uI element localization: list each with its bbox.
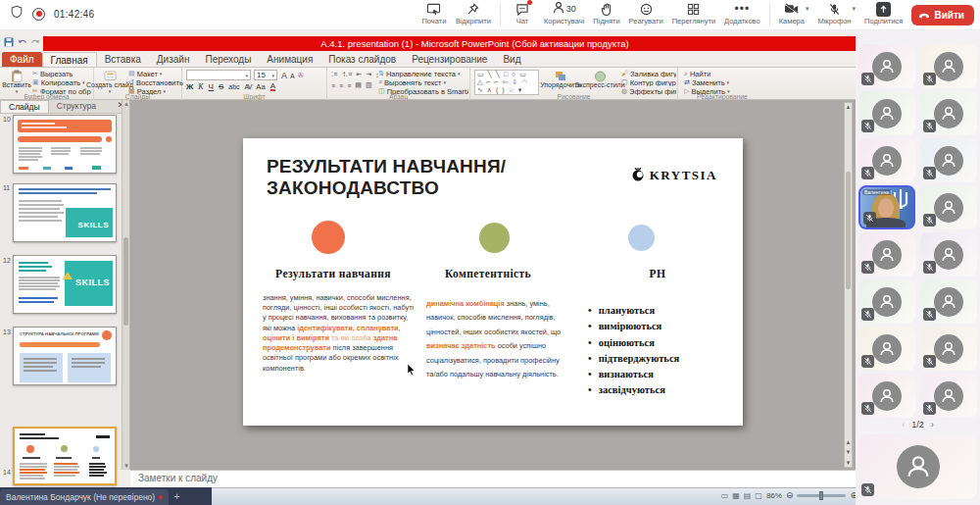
camera-button[interactable]: Камера — [779, 2, 805, 25]
notes-pane[interactable]: Заметки к слайду — [130, 470, 862, 487]
tab-slideshow[interactable]: Показ слайдов — [320, 52, 404, 67]
start-button[interactable]: Почати — [421, 2, 447, 25]
strike-button[interactable]: S — [219, 82, 223, 91]
share-button[interactable]: Поділитися — [864, 2, 903, 25]
participant-tile[interactable] — [920, 327, 977, 371]
participant-video-tile[interactable]: Валентина Бондарчук — [858, 185, 915, 229]
mic-button[interactable]: Мікрофон — [817, 2, 851, 25]
spacing-button[interactable]: AV — [245, 83, 252, 90]
view-reading-icon[interactable]: ▤ — [744, 491, 752, 500]
italic-button[interactable]: К — [198, 82, 203, 91]
view-layout-button[interactable]: Переглянути — [672, 2, 715, 25]
new-tab-icon[interactable]: + — [173, 490, 179, 502]
participant-tile[interactable] — [920, 374, 977, 418]
redo-icon[interactable] — [30, 33, 41, 51]
view-slideshow-icon[interactable]: ▢ — [755, 491, 762, 500]
font-style-buttons[interactable]: Ж К Ч S abc AV Аа А — [186, 82, 275, 91]
undo-icon[interactable] — [17, 33, 27, 51]
participant-self-tile[interactable] — [858, 434, 977, 499]
view-normal-icon[interactable]: ▭ — [721, 491, 729, 500]
replace-button[interactable]: ⇄Заменить▾ — [684, 78, 729, 86]
more-button[interactable]: ••• Додатково — [724, 2, 760, 25]
slide-thumbnail-11[interactable]: SKILLS — [13, 183, 117, 242]
shapes-gallery[interactable]: ▭ ╲ ╲ □ ○ ▭△ ⌐ ⌐ ⇦ ⇩ ◠∿ ∧ ( ) ☆ ▾ — [474, 70, 539, 95]
panel-tab-slides[interactable]: Слайды — [0, 100, 49, 113]
current-slide[interactable]: РЕЗУЛЬТАТИ НАВЧАННЯ/ЗАКОНОДАВСТВО KRYTSI… — [243, 138, 743, 426]
page-prev-icon[interactable]: ‹ — [902, 420, 905, 429]
cut-button[interactable]: ✂Вырезать — [32, 70, 73, 77]
mic-muted-icon — [923, 73, 936, 85]
participant-tile[interactable] — [920, 279, 977, 324]
participant-tile[interactable] — [920, 44, 977, 88]
font-name-combo[interactable]: ▾ — [186, 70, 251, 80]
shield-icon[interactable] — [10, 5, 24, 23]
react-button[interactable]: Реагувати — [629, 2, 663, 25]
new-slide-button[interactable]: Создать слайд ▾ — [95, 69, 124, 94]
camera-chevron-icon[interactable]: ▾ — [806, 5, 809, 13]
tab-home[interactable]: Главная — [42, 52, 97, 67]
quick-styles-button[interactable]: Экспресс-стили — [580, 69, 619, 89]
participant-tile[interactable] — [858, 44, 915, 88]
users-button[interactable]: 30 Користувачі — [544, 2, 584, 25]
canvas-scrollbar[interactable]: ▲ ▲ ▼ ▼ — [844, 102, 853, 468]
leave-button[interactable]: Вийти — [911, 5, 974, 25]
font-resize-buttons[interactable]: АА✇ — [281, 71, 304, 80]
zoom-slider[interactable] — [797, 494, 846, 497]
participant-tile[interactable] — [858, 91, 915, 135]
tab-view[interactable]: Вид — [495, 52, 528, 67]
participant-tile[interactable] — [920, 232, 977, 277]
find-button[interactable]: ⌕Найти — [684, 70, 710, 77]
slide-thumbnail-13[interactable]: СТРУКТУРА НАВЧАЛЬНОЇ ПРОГРАМИ — [13, 327, 117, 385]
participant-tile[interactable] — [920, 185, 977, 229]
shape-outline-button[interactable]: ▢Контур фигуры — [621, 78, 676, 86]
participant-tile[interactable] — [920, 138, 977, 182]
tab-transitions[interactable]: Переходы — [197, 52, 259, 67]
tab-review[interactable]: Рецензирование — [404, 52, 495, 67]
browser-tab-bar: Валентина Бондарчук (Не перевірено) + — [0, 487, 212, 505]
case-button[interactable]: Аа — [256, 82, 265, 91]
reset-button[interactable]: ↺Восстановить — [128, 78, 183, 86]
zoom-out-icon[interactable]: ⊖ — [786, 490, 794, 500]
meeting-timer: 01:42:46 — [54, 9, 94, 20]
font-color-button[interactable]: А — [270, 82, 275, 91]
slide-thumbnail-12[interactable]: SKILLS — [13, 255, 117, 314]
tab-animations[interactable]: Анимация — [259, 52, 320, 67]
raise-hand-button[interactable]: Підняти — [593, 2, 619, 25]
record-indicator-icon[interactable] — [32, 8, 45, 21]
underline-button[interactable]: Ч — [209, 82, 214, 91]
tab-file[interactable]: Файл — [2, 52, 42, 67]
unpin-button[interactable]: Відкріпити — [456, 2, 491, 25]
slide-thumbnail-14-selected[interactable] — [13, 427, 117, 485]
chat-button[interactable]: Чат — [510, 2, 535, 25]
participant-tile[interactable] — [858, 374, 915, 418]
tab-design[interactable]: Дизайн — [149, 52, 198, 67]
layout-button[interactable]: ▤Макет▾ — [128, 70, 162, 77]
view-sorter-icon[interactable]: ▦ — [732, 491, 740, 500]
window-title[interactable]: А.4.1. presentation (1) - Microsoft Powe… — [43, 36, 906, 51]
participant-tile[interactable] — [858, 138, 915, 182]
shadow-button[interactable]: abc — [228, 83, 239, 90]
text-direction-button[interactable]: ⇅Направление текста▾ — [378, 70, 468, 77]
font-size-combo[interactable]: 15▾ — [254, 70, 277, 80]
participant-tile[interactable] — [858, 327, 915, 371]
list-buttons[interactable]: ⁚≡⒈≡⇤⇥↕ — [331, 70, 379, 79]
save-icon[interactable] — [4, 33, 14, 51]
panel-tab-outline[interactable]: Структура — [49, 100, 104, 113]
bold-button[interactable]: Ж — [186, 82, 193, 91]
slide-thumbnail-10[interactable] — [13, 115, 117, 174]
mic-chevron-icon[interactable]: ▾ — [852, 5, 856, 13]
paste-button[interactable]: Вставить ▾ — [2, 69, 31, 94]
browser-tab[interactable]: Валентина Бондарчук (Не перевірено) — [0, 489, 169, 505]
tab-insert[interactable]: Вставка — [97, 52, 149, 67]
avatar — [872, 334, 902, 364]
arrange-button[interactable]: Упорядочить — [543, 69, 578, 89]
panel-scrollbar[interactable]: ▲ ▼ — [122, 100, 129, 470]
align-buttons[interactable]: ≡≡≡▤▥ — [331, 81, 372, 89]
participant-tile[interactable] — [920, 91, 977, 135]
shape-fill-button[interactable]: 🖌Заливка фигуры — [621, 70, 676, 77]
align-text-button[interactable]: ≡Выровнять текст▾ — [378, 78, 468, 86]
copy-button[interactable]: ▣Копировать▾ — [32, 78, 85, 86]
page-next-icon[interactable]: › — [931, 420, 934, 429]
participant-tile[interactable] — [858, 232, 915, 277]
participant-tile[interactable] — [858, 279, 915, 324]
